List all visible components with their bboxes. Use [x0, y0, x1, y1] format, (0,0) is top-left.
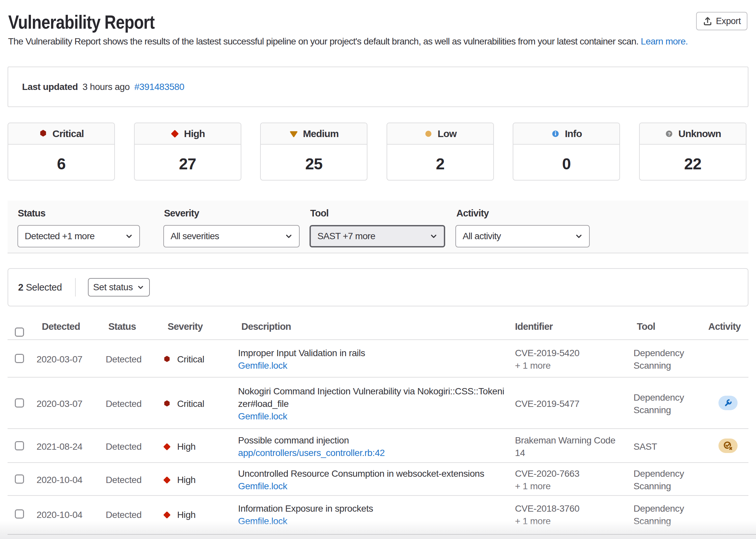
svg-text:?: ? — [668, 131, 671, 136]
